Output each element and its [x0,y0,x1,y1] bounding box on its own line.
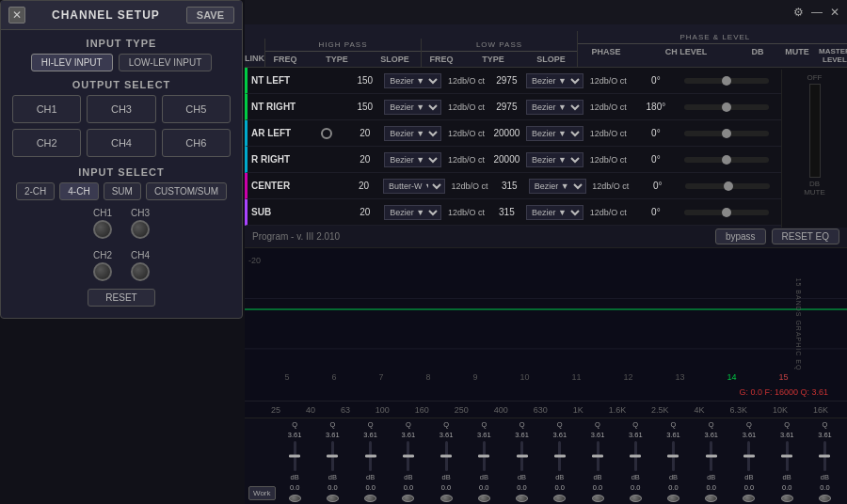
ch5-hp-slope: 12db/O ct [447,181,492,191]
eq-band-knob-12[interactable] [705,495,717,502]
output-ch1-button[interactable]: CH1 [12,95,81,123]
output-ch3-button[interactable]: CH3 [87,95,155,123]
eq-fader-handle-2[interactable] [327,455,338,458]
eq-band-q-label-3: Q [368,420,374,429]
eq-fader-handle-14[interactable] [781,455,792,458]
eq-band-knob-8[interactable] [553,495,566,502]
eq-band-4: Q 3.61 dB 0.0 [390,420,426,502]
ch1-level-slider[interactable] [684,78,769,84]
eq-band-knob-2[interactable] [327,495,339,502]
ch3-hp-type-select[interactable]: Bezier ▼ [384,126,441,141]
eq-fader-track-4[interactable] [407,441,409,471]
bypass-button[interactable]: bypass [715,228,766,244]
ch5-level-slider[interactable] [685,183,770,189]
freq-1k: 1K [573,405,583,415]
ch2-knob[interactable] [93,262,112,281]
ch6-level-slider[interactable] [684,210,769,215]
eq-band-knob-11[interactable] [667,495,679,502]
eq-fader-track-2[interactable] [331,441,334,471]
eq-band-q-label-2: Q [329,420,335,429]
ch2-hp-type-select[interactable]: Bezier ▼ [384,100,441,115]
input-2ch-button[interactable]: 2-CH [16,182,55,200]
eq-fader-track-1[interactable] [294,441,296,471]
eq-fader-handle-10[interactable] [630,455,641,458]
eq-fader-track-7[interactable] [520,441,523,471]
output-ch5-button[interactable]: CH5 [162,95,231,123]
eq-band-knob-1[interactable] [289,495,301,502]
eq-band-knob-4[interactable] [402,495,414,502]
ch5-hp-type-select[interactable]: Butter-W ▼ [383,179,445,194]
eq-band-knob-3[interactable] [364,495,376,502]
ch1-knob[interactable] [93,220,112,239]
ch5-lp-type-select[interactable]: Bezier ▼ [529,179,586,194]
work-button[interactable]: Work [248,486,276,500]
input-custom-sum-button[interactable]: CUSTOM/SUM [146,182,227,200]
eq-fader-handle-1[interactable] [289,455,300,458]
save-button[interactable]: SAVE [186,7,234,24]
eq-fader-track-13[interactable] [747,441,750,471]
window-close-icon[interactable]: ✕ [830,6,839,19]
close-button[interactable]: ✕ [8,7,25,24]
eq-fader-track-15[interactable] [823,441,826,471]
reset-eq-button[interactable]: RESET EQ [772,228,839,244]
eq-band-db-label-1: dB [291,473,299,481]
ch4-lp-type-select[interactable]: Bezier ▼ [526,152,583,167]
ch1-knob-item: CH1 [93,208,112,239]
eq-fader-handle-13[interactable] [743,455,755,458]
eq-fader-track-5[interactable] [445,441,448,471]
eq-band-knob-13[interactable] [743,495,755,502]
ch3-lp-type-select[interactable]: Bezier ▼ [526,126,583,141]
eq-band-knob-10[interactable] [630,495,642,502]
eq-fader-track-12[interactable] [710,441,712,471]
eq-fader-track-11[interactable] [672,441,675,471]
ch1-lp-type-select[interactable]: Bezier ▼ [526,73,583,88]
eq-fader-handle-12[interactable] [706,455,717,458]
ch4-knob[interactable] [131,262,150,281]
ch6-hp-type-select[interactable]: Bezier ▼ [384,205,441,220]
eq-fader-handle-9[interactable] [592,455,603,458]
eq-fader-track-9[interactable] [597,441,599,471]
eq-fader-handle-8[interactable] [554,455,566,458]
eq-fader-track-10[interactable] [634,441,637,471]
ch6-lp-type-select[interactable]: Bezier ▼ [526,205,583,220]
panel-header: ✕ CHANNEL SETUP SAVE [1,1,242,30]
ch3-level-slider[interactable] [684,131,769,136]
output-ch4-button[interactable]: CH4 [87,129,155,157]
eq-band-knob-6[interactable] [478,495,490,502]
ch4-name: R RIGHT [248,154,306,165]
eq-fader-track-8[interactable] [558,441,561,471]
low-lev-input-button[interactable]: LOW-LEV INPUT [119,54,213,71]
eq-fader-track-3[interactable] [369,441,372,471]
ch4-level-slider[interactable] [684,157,769,163]
ch1-hp-type-select[interactable]: Bezier ▼ [384,73,441,88]
ch2-level-slider[interactable] [684,104,769,110]
ch1-label: CH1 [93,208,112,218]
eq-band-knob-7[interactable] [516,495,528,502]
input-4ch-button[interactable]: 4-CH [59,182,98,200]
input-sum-button[interactable]: SUM [104,182,141,200]
channel-reset-button[interactable]: RESET [88,289,154,307]
ch3-knob[interactable] [131,220,150,239]
eq-graph-numbers: 5 6 7 8 9 10 11 12 13 14 15 [245,372,828,382]
eq-band-knob-9[interactable] [592,495,604,502]
ch2-lp-type-select[interactable]: Bezier ▼ [526,100,583,115]
minimize-icon[interactable]: — [811,6,823,19]
eq-fader-handle-11[interactable] [667,455,679,458]
eq-fader-handle-15[interactable] [819,455,830,458]
eq-fader-handle-6[interactable] [478,455,489,458]
eq-fader-handle-5[interactable] [440,455,452,458]
eq-band-knob-14[interactable] [781,495,793,502]
output-ch2-button[interactable]: CH2 [12,129,81,157]
eq-band-knob-5[interactable] [440,495,453,502]
eq-fader-handle-7[interactable] [517,455,528,458]
eq-band-db-val-14: 0.0 [782,483,791,492]
output-ch6-button[interactable]: CH6 [162,129,231,157]
ch4-hp-type-select[interactable]: Bezier ▼ [384,152,441,167]
eq-band-knob-15[interactable] [819,495,831,502]
gear-icon[interactable]: ⚙ [793,6,804,19]
eq-fader-handle-3[interactable] [365,455,376,458]
eq-fader-track-14[interactable] [786,441,789,471]
hi-lev-input-button[interactable]: HI-LEV INPUT [31,54,113,71]
eq-fader-track-6[interactable] [483,441,486,471]
eq-fader-handle-4[interactable] [403,455,414,458]
